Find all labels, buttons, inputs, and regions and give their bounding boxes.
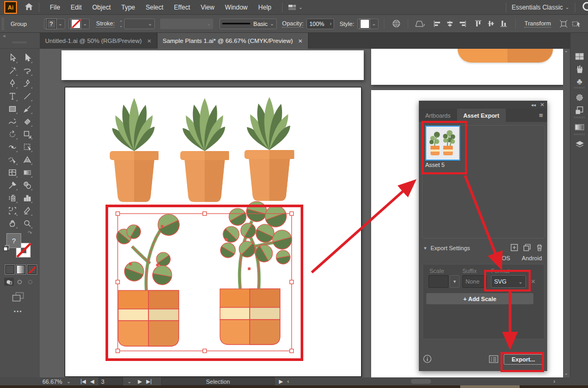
stroke-weight-dropdown[interactable]: ⌄ <box>124 19 155 29</box>
layers-icon[interactable] <box>571 139 588 149</box>
tab-sample-plants[interactable]: Sample Plants 1.ai* @ 66.67% (CMYK/Previ… <box>157 33 309 49</box>
chevron-down-icon[interactable]: ⌄ <box>66 378 71 384</box>
free-transform-tool[interactable] <box>21 141 33 153</box>
drag-grip[interactable] <box>13 41 27 43</box>
menu-window[interactable]: Window <box>220 4 253 11</box>
document-setup-icon[interactable] <box>391 19 401 29</box>
line-segment-tool[interactable] <box>21 90 33 102</box>
tab-artboards[interactable]: Artboards <box>419 109 457 122</box>
format-dropdown[interactable]: SVG ⌄ <box>491 275 526 288</box>
eraser-tool[interactable] <box>21 116 33 127</box>
opacity-field[interactable]: 100% › <box>306 19 334 29</box>
brushes-icon[interactable] <box>571 64 588 74</box>
collapse-panel-icon[interactable]: « <box>3 33 6 39</box>
hand-tool[interactable] <box>6 217 18 229</box>
gradient-icon[interactable] <box>571 122 588 133</box>
vertical-scrollbar[interactable]: ⌃ ⌄ <box>563 49 570 377</box>
scrollbar-thumb[interactable] <box>411 379 431 384</box>
triangle-down-icon[interactable]: ▼ <box>423 246 427 251</box>
shaper-tool[interactable] <box>6 116 18 127</box>
scale-tool[interactable] <box>21 128 33 140</box>
close-icon[interactable]: ✕ <box>147 38 151 44</box>
pot-artwork-partial[interactable] <box>458 49 553 63</box>
artboard-tool[interactable] <box>6 205 18 216</box>
duplicate-icon[interactable] <box>523 244 531 252</box>
add-scale-button[interactable]: + Add Scale <box>426 293 533 304</box>
artboard-partial-top-left[interactable] <box>62 50 364 80</box>
zoom-level[interactable]: 66.67% <box>42 378 62 385</box>
brush-definition-dropdown[interactable]: Basic ⌄ <box>220 19 277 29</box>
default-fill-stroke-icon[interactable] <box>3 245 10 253</box>
scroll-left-icon[interactable]: ‹ <box>287 378 289 384</box>
menu-object[interactable]: Object <box>87 4 116 11</box>
screen-mode-icon[interactable] <box>12 292 24 304</box>
menu-type[interactable]: Type <box>116 4 141 11</box>
color-icon[interactable] <box>571 92 588 103</box>
status-mode-field[interactable]: Selection <box>161 377 275 385</box>
direct-selection-tool[interactable] <box>6 52 18 64</box>
menu-file[interactable]: File <box>45 4 65 11</box>
align-top-icon[interactable] <box>473 19 484 29</box>
search-icon[interactable] <box>581 1 588 13</box>
fill-swatch[interactable]: ? <box>47 19 56 29</box>
align-center-icon[interactable] <box>444 19 455 29</box>
scale-dropdown-icon[interactable]: ▼ <box>450 275 460 288</box>
draw-inside-button[interactable] <box>25 278 35 286</box>
align-left-icon[interactable] <box>432 19 442 29</box>
info-icon[interactable] <box>423 355 432 364</box>
horizontal-scrollbar[interactable] <box>291 379 551 384</box>
curvature-tool[interactable] <box>21 77 33 89</box>
stroke-color-picker[interactable]: ⌄ <box>68 19 90 29</box>
none-button[interactable] <box>28 265 37 274</box>
close-icon[interactable]: ✕ <box>298 38 302 44</box>
launch-export-dialog-icon[interactable] <box>489 355 498 364</box>
gradient-tool[interactable] <box>21 166 33 178</box>
opacity-label[interactable]: Opacity: <box>282 20 303 28</box>
menu-edit[interactable]: Edit <box>65 4 87 11</box>
remove-scale-icon[interactable]: ✕ <box>531 278 536 285</box>
width-tool[interactable] <box>6 141 18 153</box>
paintbrush-tool[interactable] <box>21 103 33 114</box>
rectangle-tool[interactable] <box>6 103 18 114</box>
scale-field[interactable] <box>428 275 449 288</box>
libraries-icon[interactable] <box>571 51 588 61</box>
symbol-sprayer-tool[interactable] <box>6 192 18 204</box>
stroke-weight-stepper[interactable]: ⌃⌄ <box>119 20 122 28</box>
gradient-button[interactable] <box>16 265 25 274</box>
align-right-icon[interactable] <box>457 19 468 29</box>
artboard-partial-top-right[interactable] <box>371 49 563 85</box>
delete-icon[interactable] <box>536 244 543 252</box>
menu-select[interactable]: Select <box>141 4 169 11</box>
stroke-label[interactable]: Stroke: <box>96 20 115 28</box>
ios-button[interactable]: iOS <box>501 255 510 261</box>
graphic-style-dropdown[interactable]: ⌄ <box>357 19 379 29</box>
zoom-tool[interactable] <box>21 217 33 229</box>
drag-grip[interactable] <box>2 18 4 30</box>
last-artboard-icon[interactable]: ▶| <box>146 378 152 384</box>
selection-tool[interactable] <box>21 52 33 64</box>
preferences-icon[interactable] <box>415 19 425 29</box>
column-graph-tool[interactable] <box>21 192 33 204</box>
blend-tool[interactable] <box>21 179 33 191</box>
rotate-tool[interactable] <box>6 128 18 140</box>
isolate-selection-icon[interactable] <box>558 19 569 29</box>
fill-color-picker[interactable]: ? ⌄ <box>44 19 65 29</box>
select-similar-icon[interactable] <box>571 19 582 29</box>
prev-artboard-icon[interactable]: ◀ <box>90 378 94 384</box>
slice-tool[interactable] <box>21 205 33 216</box>
style-swatch[interactable] <box>360 19 370 29</box>
tab-untitled-1[interactable]: Untitled-1.ai @ 50% (RGB/Preview) ✕ <box>40 33 157 49</box>
perspective-grid-tool[interactable] <box>21 154 33 165</box>
lasso-tool[interactable] <box>21 65 33 76</box>
align-bottom-icon[interactable] <box>498 19 509 29</box>
artboard-main[interactable] <box>65 87 361 376</box>
asset-name-label[interactable]: Asset 5 <box>425 162 445 168</box>
next-artboard-icon[interactable]: ▶ <box>138 378 142 384</box>
export-settings-header[interactable]: ▼ Export Settings <box>423 244 543 252</box>
suffix-field[interactable]: None <box>462 275 487 288</box>
scroll-up-icon[interactable]: ⌃ <box>564 50 568 56</box>
scroll-right-icon[interactable]: › <box>554 378 555 384</box>
transparency-icon[interactable] <box>571 105 588 116</box>
chevron-down-icon[interactable]: ⌄ <box>127 378 131 384</box>
menu-help[interactable]: Help <box>253 4 277 11</box>
